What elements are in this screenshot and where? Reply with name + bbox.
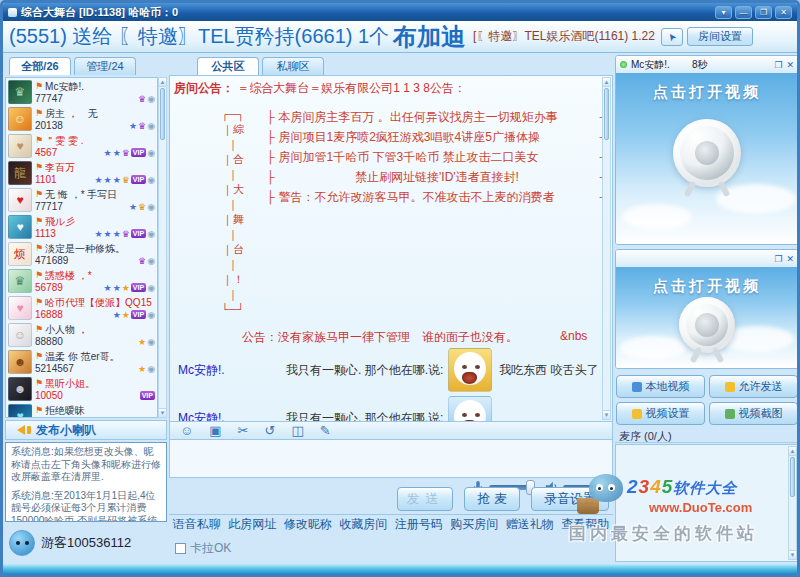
user-number-line: 77747♛◉ [35,93,155,105]
action-buttons: 发送 抢 麦 录音设置 [397,487,609,511]
publish-horn-bar[interactable]: 发布小喇叭 [5,420,167,440]
emoticon-icon[interactable]: ☺ [180,423,193,438]
menu-item-4[interactable]: 收藏房间 [339,516,387,533]
user-avatar[interactable]: ☻ [8,350,32,374]
scrollbar-thumb[interactable] [604,88,609,140]
user-list-item[interactable]: ☻⚑温柔 你 范er哥。5214567★◉ [6,348,157,375]
user-avatar[interactable]: ♛ [8,80,32,104]
brush-icon[interactable]: ✎ [320,423,331,438]
chat-scrollbar[interactable]: ▲ ▼ [602,77,611,420]
tab-admins[interactable]: 管理/24 [74,57,136,75]
video-settings-button[interactable]: 视频设置 [616,402,705,425]
user-list-item[interactable]: ☺⚑小人物 ，88880★◉ [6,321,157,348]
user-avatar[interactable]: ♥ [8,296,32,320]
user-badges: ★★★♛VIP◉ [95,229,155,239]
close-icon[interactable]: ✕ [786,254,794,264]
user-avatar[interactable]: ☺ [8,107,32,131]
scrollbar-thumb[interactable] [160,88,165,140]
avatar[interactable] [9,530,35,556]
user-avatar[interactable]: 龍 [8,161,32,185]
webcam-icon [673,119,741,187]
room-notice-text: ＝综合大舞台＝娱乐有限公司1 1 3 8公告： [237,81,466,95]
scrollbar-thumb[interactable] [790,457,795,497]
user-list-item[interactable]: ♛⚑Mc安静!.77747♛◉ [6,78,157,105]
publish-horn-label: 发布小喇叭 [36,422,96,439]
scissors-icon[interactable]: ✂ [238,423,249,438]
tab-public-chat[interactable]: 公共区 [197,57,259,75]
local-video-button[interactable]: 本地视频 [616,375,705,398]
current-user-row[interactable]: 游客100536112 [5,526,167,560]
open-video-hint[interactable]: 点击打开视频 [616,277,798,296]
close-icon[interactable]: ✕ [786,60,794,70]
tee-left: ├ [266,167,275,187]
marquee-jump-button[interactable]: ➤ [661,28,683,46]
minimize-icon[interactable]: — [735,6,752,19]
user-avatar[interactable]: ♛ [8,269,32,293]
dropdown-icon[interactable]: ▾ [715,6,732,19]
karaoke-checkbox[interactable] [175,543,186,554]
message-sender[interactable]: Mc安静!. [178,362,286,379]
user-avatar[interactable]: ♥ [8,188,32,212]
user-name: 黑听小姐。 [45,377,95,390]
star-blue-icon: ★ [129,121,137,131]
gift-icon[interactable]: ▣ [209,423,221,438]
video-display[interactable]: 点击打开视频 [616,267,798,368]
video-capture-button[interactable]: 视频截图 [709,402,798,425]
video-settings-icon [632,409,642,419]
video-buttons: 本地视频 允许发送 视频设置 视频截图 [615,369,799,427]
user-list-item[interactable]: ♥⚑＂雯 雯 .4567★★♛VIP◉ [6,132,157,159]
user-list-item[interactable]: ☺⚑房主 ， 无20138★♛◉ [6,105,157,132]
scroll-up-icon[interactable]: ▲ [159,78,166,87]
user-list-item[interactable]: ♛⚑誘惑楼 ，*56789★★★VIP◉ [6,267,157,294]
popout-icon[interactable]: ❐ [774,254,782,264]
scroll-down-icon[interactable]: ▼ [603,410,610,419]
user-info: ⚑李百万1101★★★♛VIP◉ [32,161,155,186]
user-list-item[interactable]: ☻⚑黑听小姐。10050VIP [6,375,157,402]
message-input[interactable] [169,440,613,478]
menu-item-8[interactable]: 查看帮助 [561,516,609,533]
close-icon[interactable]: ✕ [775,6,792,19]
scroll-up-icon[interactable]: ▲ [603,78,610,87]
menu-item-2[interactable]: 此房网址 [228,516,276,533]
user-list-item[interactable]: ♥⚑无 悔 ，* 手写日77717★♛◉ [6,186,157,213]
user-list-item[interactable]: 烦⚑淡定是一种修炼。471689♛◉ [6,240,157,267]
user-avatar[interactable]: ☺ [8,323,32,347]
user-list-item[interactable]: ♥⚑拒绝暧昧21113◉ [6,402,157,418]
user-avatar[interactable]: ☻ [8,377,32,401]
tab-private-chat[interactable]: 私聊区 [262,57,324,75]
popout-icon[interactable]: ❐ [774,60,782,70]
board-vertical-char: ｜舞｜ [218,212,248,242]
room-settings-button[interactable]: 房间设置 [687,27,753,46]
tab-all-users[interactable]: 全部/26 [9,57,71,75]
record-settings-button[interactable]: 录音设置 [531,487,609,511]
scroll-down-icon[interactable]: ▼ [789,550,796,559]
message-sender[interactable]: Mc安静!. [178,410,286,423]
menu-item-5[interactable]: 注册号码 [395,516,443,533]
menu-item-1[interactable]: 语音私聊 [173,516,221,533]
user-avatar[interactable]: ♥ [8,134,32,158]
user-list-item[interactable]: ♥⚑哈币代理【便派】QQ1516888★★VIP◉ [6,294,157,321]
send-button[interactable]: 发送 [397,487,453,511]
user-badges: ★◉ [138,337,155,347]
user-avatar[interactable]: 烦 [8,242,32,266]
open-video-hint[interactable]: 点击打开视频 [616,83,798,102]
user-avatar[interactable]: ♥ [8,215,32,239]
user-list-item[interactable]: ♥⚑飛ル彡1113★★★♛VIP◉ [6,213,157,240]
queue-scrollbar[interactable]: ▲ ▼ [788,446,797,560]
menu-item-3[interactable]: 修改昵称 [284,516,332,533]
tv-icon[interactable]: ◫ [291,423,303,438]
grab-mic-button[interactable]: 抢 麦 [464,487,520,511]
menu-item-7[interactable]: 赠送礼物 [506,516,554,533]
user-list-scrollbar[interactable]: ▲ ▼ [158,77,167,418]
user-name-line: ⚑＂雯 雯 . [35,134,155,147]
emoji-face [454,400,486,422]
user-list-item[interactable]: 龍⚑李百万1101★★★♛VIP◉ [6,159,157,186]
video-display[interactable]: 点击打开视频 [616,73,798,244]
scroll-down-icon[interactable]: ▼ [159,408,166,417]
user-avatar[interactable]: ♥ [8,404,32,418]
menu-item-6[interactable]: 购买房间 [450,516,498,533]
action-icon[interactable]: ↺ [264,423,275,438]
allow-send-button[interactable]: 允许发送 [709,375,798,398]
maximize-icon[interactable]: ❐ [755,6,772,19]
scroll-up-icon[interactable]: ▲ [789,447,796,456]
